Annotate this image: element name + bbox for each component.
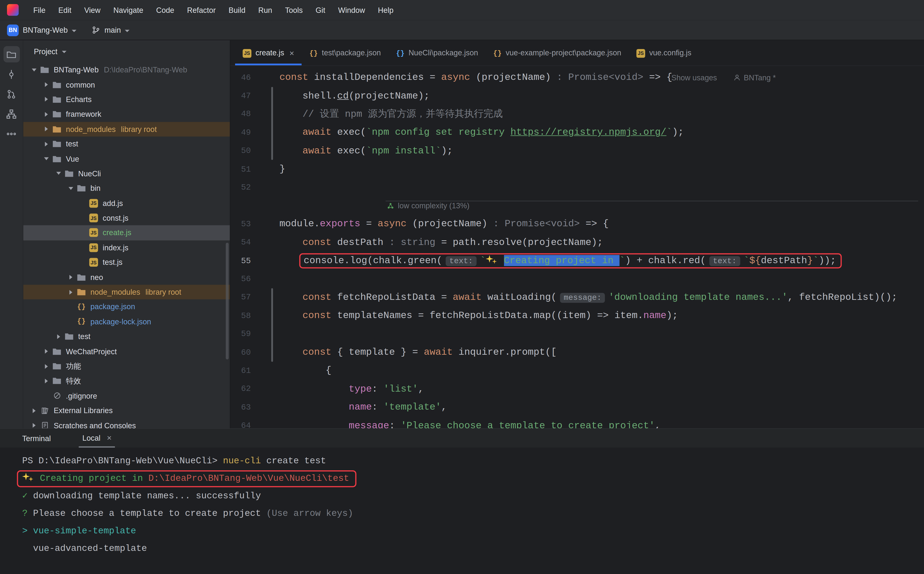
chevron-collapsed-icon[interactable] (66, 287, 75, 297)
code-line-55[interactable]: 55 console.log(chalk.green(text:` Creati… (230, 251, 924, 270)
line-number[interactable]: 63 (230, 402, 261, 412)
code-line-53[interactable]: 53module.exports = async (projectName) :… (230, 215, 924, 233)
tree-item-node-modules-nuecli[interactable]: node_modules library root (24, 285, 230, 300)
code-line-47[interactable]: 47 shell.cd(projectName); (230, 87, 924, 105)
line-number[interactable]: 47 (230, 91, 261, 101)
tree-item-bntang-web[interactable]: BNTang-Web D:\IdeaPro\BNTang-Web (24, 62, 230, 77)
code-editor[interactable]: 46 const installDependencies = async (pr… (230, 66, 924, 428)
chevron-collapsed-icon[interactable] (66, 273, 75, 282)
tree-item-common[interactable]: common (24, 77, 230, 92)
code-line-64[interactable]: 64 message: 'Please choose a template to… (230, 416, 924, 428)
line-number[interactable]: 51 (230, 164, 261, 174)
line-number[interactable]: 64 (230, 421, 261, 428)
tab-create-js[interactable]: JS create.js × (235, 40, 302, 65)
line-number[interactable]: 57 (230, 293, 261, 302)
tree-item-framework[interactable]: framework (24, 107, 230, 121)
line-number[interactable]: 56 (230, 274, 261, 284)
tree-item-texiao[interactable]: 特效 (24, 374, 230, 388)
code-line-58[interactable]: 58 const templateNames = fetchRepoListDa… (230, 306, 924, 325)
line-number[interactable]: 49 (230, 128, 261, 137)
tree-item-const-js[interactable]: JS const.js (24, 211, 230, 226)
show-usages-lens[interactable]: Show usages (671, 73, 717, 82)
line-number[interactable]: 62 (230, 384, 261, 394)
menu-item-build[interactable]: Build (222, 0, 252, 20)
chevron-collapsed-icon[interactable] (54, 332, 63, 341)
tree-item-gongneng[interactable]: 功能 (24, 359, 230, 374)
tree-item-test-js[interactable]: JS test.js (24, 255, 230, 270)
chevron-collapsed-icon[interactable] (41, 80, 51, 90)
code-line-50[interactable]: 50 await exec(`npm install`); (230, 142, 924, 160)
tree-item-index-js[interactable]: JS index.js (24, 240, 230, 255)
menu-item-help[interactable]: Help (371, 0, 400, 20)
chevron-collapsed-icon[interactable] (41, 125, 51, 134)
project-scrollbar[interactable] (226, 243, 228, 360)
line-number[interactable]: 48 (230, 109, 261, 118)
tree-item-vue[interactable]: Vue (24, 151, 230, 166)
tree-item-gitignore[interactable]: .gitignore (24, 388, 230, 403)
line-number[interactable]: 55 (230, 256, 261, 265)
project-tool-icon[interactable] (3, 46, 20, 62)
menu-item-run[interactable]: Run (252, 0, 279, 20)
line-number[interactable]: 59 (230, 329, 261, 339)
menu-item-navigate[interactable]: Navigate (107, 0, 150, 20)
tree-item-scratches[interactable]: Scratches and Consoles (24, 418, 230, 428)
tab-vue-config-js[interactable]: JS vue.config.js (629, 40, 699, 65)
tab-vue-example-project-package-json[interactable]: {} vue-example-project\package.json (486, 40, 629, 65)
code-line-57[interactable]: 57 const fetchRepoListData = await waitL… (230, 288, 924, 306)
tree-item-bin[interactable]: bin (24, 181, 230, 196)
structure-tool-icon[interactable] (3, 106, 20, 122)
menu-item-file[interactable]: File (27, 0, 52, 20)
close-icon[interactable]: × (290, 48, 294, 57)
project-selector[interactable]: BN BNTang-Web (7, 24, 77, 36)
tree-item-echarts[interactable]: Echarts (24, 92, 230, 107)
code-line-62[interactable]: 62 type: 'list', (230, 380, 924, 398)
branch-selector[interactable]: main (91, 26, 129, 34)
line-number[interactable]: 54 (230, 238, 261, 247)
close-icon[interactable]: × (107, 433, 112, 442)
menu-item-refactor[interactable]: Refactor (181, 0, 222, 20)
menu-item-window[interactable]: Window (332, 0, 371, 20)
line-number[interactable]: 60 (230, 347, 261, 357)
author-lens[interactable]: BNTang * (733, 73, 776, 82)
project-panel-header[interactable]: Project (24, 40, 230, 62)
tree-item-wechatproject[interactable]: WeChatProject (24, 344, 230, 359)
terminal-output[interactable]: PS D:\IdeaPro\BNTang-Web\Vue\NueCli> nue… (0, 448, 924, 557)
tree-item-test[interactable]: test (24, 137, 230, 151)
line-number[interactable]: 46 (230, 73, 261, 82)
menu-item-git[interactable]: Git (309, 0, 332, 20)
line-number[interactable]: 53 (230, 219, 261, 229)
tree-item-test-vue[interactable]: test (24, 329, 230, 344)
line-number[interactable]: 61 (230, 366, 261, 375)
line-number[interactable]: 52 (230, 183, 261, 192)
code-line-51[interactable]: 51} (230, 160, 924, 178)
code-line-61[interactable]: 61 { (230, 361, 924, 380)
chevron-expanded-icon[interactable] (54, 169, 63, 178)
chevron-expanded-icon[interactable] (41, 154, 51, 164)
commit-tool-icon[interactable] (3, 66, 20, 82)
chevron-expanded-icon[interactable] (66, 184, 75, 193)
chevron-collapsed-icon[interactable] (41, 139, 51, 148)
chevron-collapsed-icon[interactable] (41, 109, 51, 119)
tree-item-add-js[interactable]: JS add.js (24, 196, 230, 210)
tree-item-package-json[interactable]: {} package.json (24, 300, 230, 314)
tab-nuecli-package-json[interactable]: {} NueCli\package.json (389, 40, 486, 65)
menu-item-code[interactable]: Code (150, 0, 181, 20)
chevron-collapsed-icon[interactable] (41, 361, 51, 371)
tree-item-package-lock-json[interactable]: {} package-lock.json (24, 314, 230, 329)
chevron-collapsed-icon[interactable] (41, 376, 51, 386)
chevron-collapsed-icon[interactable] (29, 421, 39, 428)
code-line-60[interactable]: 60 const { template } = await inquirer.p… (230, 343, 924, 361)
more-tools-icon[interactable] (3, 125, 20, 142)
complexity-lens[interactable]: low complexity (13%) (387, 201, 469, 210)
tree-item-neo[interactable]: neo (24, 270, 230, 285)
code-line-56[interactable]: 56 (230, 270, 924, 288)
tab-test-package-json[interactable]: {} test\package.json (302, 40, 389, 65)
chevron-collapsed-icon[interactable] (41, 95, 51, 104)
menu-item-edit[interactable]: Edit (52, 0, 78, 20)
menu-item-tools[interactable]: Tools (279, 0, 309, 20)
vcs-branch-tool-icon[interactable] (3, 86, 20, 102)
code-line-54[interactable]: 54 const destPath : string = path.resolv… (230, 233, 924, 251)
code-line-63[interactable]: 63 name: 'template', (230, 398, 924, 416)
code-line-52[interactable]: 52 (230, 178, 924, 196)
tree-item-nuecli[interactable]: NueCli (24, 166, 230, 181)
